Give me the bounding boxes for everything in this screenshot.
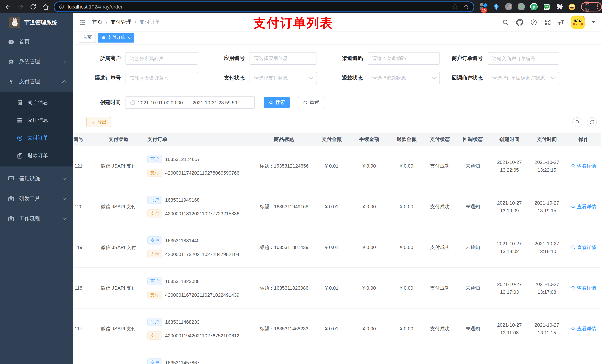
merchant-order-no-input[interactable]: [488, 52, 559, 65]
sidebar-item-infra[interactable]: 基础设施: [0, 169, 73, 189]
notify-status: 未通知: [455, 285, 491, 291]
breadcrumb-home[interactable]: 首页: [92, 19, 103, 26]
refund-amount: ¥ 0.00: [388, 163, 425, 169]
channel-order-no-input[interactable]: [126, 72, 198, 84]
search-icon[interactable]: [502, 19, 509, 26]
toolbox-icon: [8, 195, 14, 202]
view-detail-link[interactable]: 查看详情: [571, 325, 596, 332]
extension-puzzle-icon[interactable]: [555, 3, 563, 10]
refund-status-select[interactable]: 请选择退款状态: [368, 72, 440, 84]
goods-title: 标题：1635312124656: [255, 163, 313, 169]
extension-squares-icon[interactable]: 10: [480, 3, 487, 10]
sidebar-item-workflow[interactable]: 工作流程: [0, 209, 73, 229]
extension-y-icon[interactable]: y: [530, 3, 538, 10]
field-label: 退款状态: [317, 75, 368, 81]
notify-status-select[interactable]: 请选择订单回调商户状态: [488, 72, 559, 84]
chevron-down-icon: [309, 75, 313, 80]
browser-menu-dots-icon[interactable]: [597, 4, 598, 9]
action-cell: 查看详情: [566, 325, 601, 332]
sidebar-item-merchant-info[interactable]: 商户信息: [0, 94, 73, 111]
app-logo[interactable]: 芋道管理系统: [0, 13, 73, 32]
extension-command-icon[interactable]: ⌘: [505, 3, 513, 10]
view-detail-link[interactable]: 查看详情: [571, 163, 596, 169]
merchant-order-no-field[interactable]: [492, 56, 555, 61]
show-search-toggle-button[interactable]: [572, 117, 582, 127]
github-icon[interactable]: [516, 19, 523, 26]
channel-order-no-field[interactable]: [130, 75, 194, 81]
url-bar[interactable]: localhost:1024/pay/order: [54, 1, 474, 12]
app-select[interactable]: 请选择应用信息: [249, 52, 317, 65]
date-separator: -: [185, 100, 190, 105]
breadcrumb-pay[interactable]: 支付管理: [111, 19, 131, 26]
refresh-table-button[interactable]: [587, 117, 597, 127]
chevron-down-icon: [432, 75, 436, 80]
sidebar-item-pay-order[interactable]: 支付订单: [0, 129, 73, 147]
extension-emoji-icon[interactable]: [568, 3, 576, 10]
chevron-down-icon: [62, 176, 67, 180]
goods-title: 标题：1635311881439: [255, 244, 313, 251]
site-info-icon[interactable]: [59, 4, 64, 10]
view-detail-link[interactable]: 查看详情: [571, 244, 596, 251]
merchant-input-field[interactable]: [130, 56, 194, 61]
monitor-icon: [8, 175, 14, 182]
pay-time-cell: 2021-10-2713:22:15: [528, 158, 566, 174]
sidebar-item-refund-order[interactable]: 退款订单: [0, 147, 73, 165]
create-time-range[interactable]: 2021-10-01 00:00:00 - 2021-10-31 23:59:5…: [126, 96, 255, 109]
table-header: 编号 支付渠道 支付订单 商品标题 支付金额 手续金额 退款金额 支付状态 回调…: [73, 133, 601, 146]
goods-title: 标题：1635311468233: [255, 325, 313, 332]
pay-tag: 支付: [147, 291, 162, 299]
sidebar-item-system[interactable]: 系统管理: [0, 52, 73, 72]
pay-order-no: 4200001167202110271022491439: [165, 292, 239, 298]
view-detail-link[interactable]: 查看详情: [571, 285, 596, 291]
field-label: 渠道订单号: [73, 75, 126, 81]
date-start: 2021-10-01 00:00:00: [138, 100, 183, 105]
tab-close-icon[interactable]: ×: [127, 35, 130, 40]
home-icon[interactable]: [42, 3, 49, 10]
extension-gem-icon[interactable]: [492, 3, 500, 10]
tab-pay-order[interactable]: 支付订单 ×: [98, 33, 134, 42]
order-id: 118: [73, 285, 93, 291]
help-icon[interactable]: [530, 19, 537, 26]
export-button[interactable]: 导出: [86, 117, 111, 127]
share-icon[interactable]: [452, 4, 458, 10]
fee-amount: ¥ 0.00: [350, 204, 388, 209]
action-cell: 查看详情: [566, 203, 601, 210]
table-row: 商户 1635311457867 支付: [73, 349, 601, 364]
browser-update-button[interactable]: 更新: [581, 2, 602, 11]
refund-amount: ¥ 0.00: [388, 326, 425, 332]
sidebar-item-home[interactable]: 首页: [0, 32, 73, 52]
refund-amount: ¥ 0.00: [388, 204, 425, 209]
reload-icon[interactable]: [30, 3, 37, 10]
shop-icon: [17, 99, 23, 106]
back-icon[interactable]: [4, 3, 11, 10]
merchant-tag: 商户: [147, 236, 162, 245]
pay-status-select[interactable]: 请选择支付状态: [249, 72, 317, 84]
sidebar-item-app-info[interactable]: 应用信息: [0, 111, 73, 129]
font-size-icon[interactable]: TT: [558, 19, 564, 26]
view-detail-link[interactable]: 查看详情: [571, 203, 596, 210]
channel-code-select[interactable]: 请输入渠道编码: [368, 52, 440, 65]
order-id: 120: [73, 204, 93, 209]
col-header: 支付时间: [528, 136, 566, 143]
extension-dot-icon[interactable]: [517, 3, 525, 10]
merchant-input[interactable]: [126, 52, 198, 65]
table-row: 121 微信 JSAPI 支付 商户 1635312124657 支付 4200…: [73, 146, 601, 187]
merchant-tag: 商户: [147, 155, 162, 163]
forward-icon[interactable]: [17, 3, 24, 10]
search-button[interactable]: 搜索: [264, 97, 290, 108]
sidebar-item-pay[interactable]: ¥ 支付管理: [0, 72, 73, 92]
chevron-down-icon: [551, 75, 555, 80]
extension-chat-icon[interactable]: [543, 3, 550, 10]
avatar[interactable]: [571, 16, 585, 29]
pay-status: 支付成功: [425, 325, 455, 332]
pay-tag: 支付: [147, 169, 162, 177]
sidebar-fold-icon[interactable]: [79, 19, 86, 26]
avatar-caret-icon[interactable]: [592, 21, 595, 23]
fullscreen-icon[interactable]: [544, 19, 551, 26]
bookmark-star-icon[interactable]: [463, 4, 469, 10]
tab-home[interactable]: 首页: [79, 33, 96, 42]
sidebar-item-devtools[interactable]: 研发工具: [0, 189, 73, 209]
reset-button[interactable]: 重置: [298, 97, 324, 108]
grid-icon: [17, 117, 23, 123]
field-label: 所属商户: [73, 55, 126, 62]
